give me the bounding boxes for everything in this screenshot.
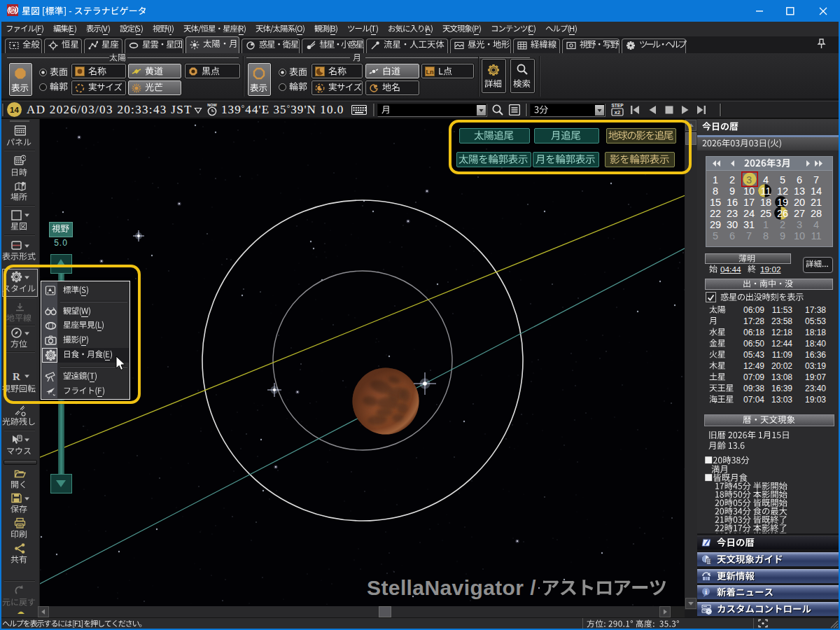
svg-text:x2: x2 — [615, 109, 620, 115]
svg-text:Ln: Ln — [426, 68, 434, 75]
svg-text:STEP: STEP — [612, 103, 624, 108]
svg-text:14: 14 — [10, 106, 19, 114]
svg-text:NOW: NOW — [207, 103, 217, 107]
svg-text:i: i — [705, 589, 707, 596]
svg-text:SN: SN — [9, 8, 15, 13]
